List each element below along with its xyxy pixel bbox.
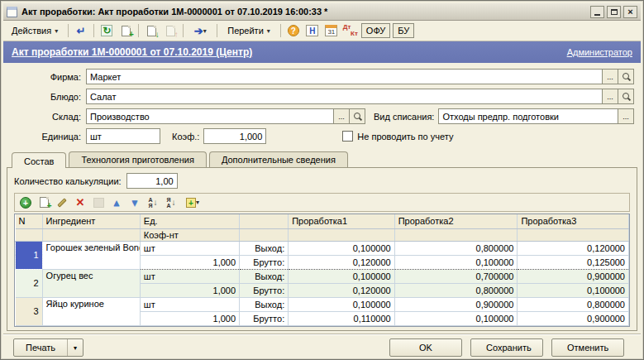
unit-cell[interactable]: шт [140, 297, 239, 311]
firm-field[interactable]: Маркет [86, 69, 603, 84]
warehouse-field[interactable]: Производство [86, 108, 334, 124]
end-edit-button[interactable] [91, 195, 106, 209]
save-button[interactable]: Сохранить [470, 338, 543, 357]
post-document-button[interactable]: ↓ [143, 23, 160, 39]
tab-additional-info[interactable]: Дополнительные сведения [209, 151, 348, 167]
coefficient-cell[interactable]: 1,000 [140, 311, 239, 325]
no-posting-checkbox[interactable] [342, 131, 353, 142]
warehouse-open-button[interactable] [350, 108, 365, 124]
col-header-prorabotka3[interactable]: Проработка3 [518, 214, 629, 228]
row-number-cell[interactable]: 3 [16, 297, 43, 325]
move-row-down-button[interactable]: ▼ [127, 195, 142, 209]
ingredient-cell[interactable]: Горошек зеленый Bonduelle 200г [42, 241, 140, 269]
value-cell[interactable]: 0,100000 [289, 241, 394, 255]
document-form: Фирма: Маркет ... Блюдо: Салат ... Склад… [3, 63, 641, 150]
cancel-button[interactable]: Отменить [551, 338, 624, 357]
sort-ascending-button[interactable]: АЯ ↓ [145, 195, 160, 209]
ofu-toggle-button[interactable]: ОФУ [361, 23, 390, 38]
move-row-up-button[interactable]: ▲ [109, 195, 124, 209]
edit-row-button[interactable] [55, 195, 69, 209]
dish-field[interactable]: Салат [86, 89, 603, 104]
value-cell[interactable]: 0,110000 [289, 311, 394, 325]
ingredients-table-wrapper[interactable]: N Ингредиент Ед. Проработка1 Проработка2… [14, 214, 630, 327]
value-cell[interactable]: 0,800000 [518, 297, 629, 311]
row-type-label: Выход: [240, 269, 289, 283]
minimize-button[interactable] [590, 6, 604, 18]
coefficient-field[interactable]: 1,000 [203, 128, 266, 144]
ok-button[interactable]: OK [389, 338, 462, 357]
document-title-link[interactable]: Акт проработки 1М-0000001 от 07.10.2019 … [12, 46, 252, 58]
maximize-button[interactable] [607, 6, 621, 18]
value-cell[interactable]: 0,120000 [289, 255, 394, 269]
value-cell[interactable]: 0,120000 [289, 283, 394, 297]
col-header-prorabotka1[interactable]: Проработка1 [289, 214, 394, 228]
value-cell[interactable]: 0,100000 [394, 311, 518, 325]
toolbar-separator [138, 24, 139, 37]
user-link[interactable]: Администратор [567, 47, 632, 57]
selection-menu-button[interactable]: + ▾ [182, 195, 203, 209]
value-cell[interactable]: 0,900000 [518, 311, 629, 325]
value-cell[interactable]: 0,100000 [289, 269, 394, 283]
copy-row-button[interactable]: + [36, 195, 51, 209]
writeoff-ellipsis-button[interactable]: ... [618, 108, 634, 124]
table-row[interactable]: 2 Огурец вес шт Выход: 0,100000 0,700000… [16, 269, 629, 283]
close-button[interactable]: × [623, 6, 637, 18]
calendar-button[interactable]: 31 [323, 23, 340, 39]
ingredient-cell[interactable]: Огурец вес [42, 269, 140, 297]
value-cell[interactable]: 0,900000 [394, 297, 518, 311]
coefficient-cell[interactable]: 1,000 [140, 255, 239, 269]
goto-menu-button[interactable]: Перейти ▾ [222, 23, 276, 38]
col-header-prorabotka2[interactable]: Проработка2 [394, 214, 518, 228]
value-cell[interactable]: 0,100000 [518, 283, 629, 297]
firm-ellipsis-button[interactable]: ... [603, 69, 618, 84]
value-cell[interactable]: 0,100000 [394, 255, 518, 269]
value-cell[interactable]: 0,100000 [289, 297, 394, 311]
value-cell[interactable]: 0,125000 [518, 255, 629, 269]
help-button[interactable]: ? [285, 23, 302, 39]
unit-cell[interactable]: шт [140, 269, 239, 283]
numerator-button[interactable]: Н [304, 23, 321, 39]
firm-open-button[interactable] [618, 69, 634, 84]
tab-cooking-technology[interactable]: Технология приготовления [69, 151, 206, 167]
coefficient-cell[interactable]: 1,000 [140, 283, 239, 297]
tab-composition[interactable]: Состав [12, 152, 66, 168]
row-type-label: Брутто: [240, 311, 289, 325]
value-cell[interactable]: 0,800000 [394, 283, 518, 297]
dish-label: Блюдо: [10, 92, 86, 102]
value-cell[interactable]: 0,800000 [394, 241, 518, 255]
col-header-n[interactable]: N [16, 214, 43, 228]
title-bar[interactable]: Акт проработки: Акт проработки 1М-000000… [3, 3, 641, 21]
col-header-rowtype[interactable] [240, 214, 289, 228]
table-row[interactable]: 3 Яйцо куриное шт Выход: 0,100000 0,9000… [16, 297, 629, 311]
row-number-cell[interactable]: 2 [16, 269, 43, 297]
refresh-button[interactable]: ↻ [98, 23, 115, 39]
value-cell[interactable]: 0,120000 [518, 241, 629, 255]
unit-cell[interactable]: шт [140, 241, 239, 255]
dt-kt-postings-button[interactable]: ДтКт [342, 23, 359, 39]
calc-quantity-field[interactable]: 1,00 [126, 173, 178, 189]
write-and-close-button[interactable]: ↵ [73, 23, 89, 39]
value-cell[interactable]: 0,900000 [518, 269, 629, 283]
value-cell[interactable]: 0,700000 [394, 269, 518, 283]
table-row[interactable]: 1 Горошек зеленый Bonduelle 200г шт Выхо… [16, 241, 629, 255]
unpost-document-button[interactable]: ↑ [162, 23, 179, 39]
row-number-cell[interactable]: 1 [16, 241, 43, 269]
col-header-unit[interactable]: Ед. [140, 214, 239, 228]
go-to-related-button[interactable]: ➔ ▾ [188, 23, 212, 39]
writeoff-type-field[interactable]: Отходы предпр. подготовки [438, 108, 618, 124]
actions-menu-button[interactable]: Действия ▾ [6, 23, 64, 38]
unit-field[interactable]: шт [86, 128, 160, 144]
col-header-ingredient[interactable]: Ингредиент [42, 214, 140, 228]
copy-document-button[interactable]: + [117, 23, 134, 39]
warehouse-ellipsis-button[interactable]: ... [334, 108, 350, 124]
dish-ellipsis-button[interactable]: ... [603, 89, 618, 104]
sort-descending-button[interactable]: ЯА ↓ [164, 195, 179, 209]
ingredient-cell[interactable]: Яйцо куриное [42, 297, 140, 325]
chevron-down-icon: ▾ [55, 27, 58, 35]
chevron-down-icon: ▾ [203, 27, 207, 35]
print-button[interactable]: Печать ▾ [13, 338, 83, 357]
add-row-button[interactable]: + [18, 195, 33, 209]
dish-open-button[interactable] [618, 89, 634, 104]
bu-toggle-button[interactable]: БУ [393, 23, 414, 38]
delete-row-button[interactable]: ✕ [73, 195, 88, 209]
